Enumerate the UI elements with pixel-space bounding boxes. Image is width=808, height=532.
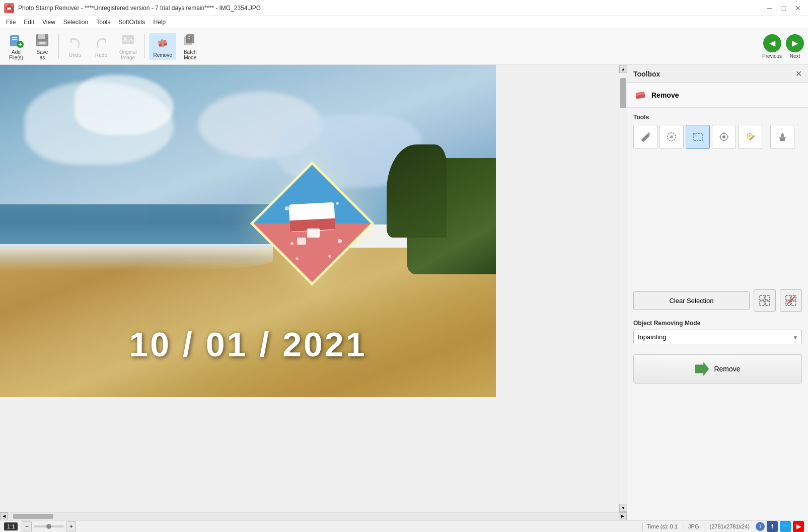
title-bar-left: Photo Stamp Remover - ****Unregistered v… <box>4 3 261 13</box>
svg-point-48 <box>749 135 751 137</box>
remove-section-header: Remove <box>627 83 808 108</box>
remove-button[interactable]: Remove <box>149 33 176 60</box>
menu-bar: File Edit View Selection Tools SoftOrbit… <box>0 16 808 28</box>
batch-mode-label: Batch Mode <box>184 49 197 60</box>
maximize-button[interactable]: □ <box>778 2 790 14</box>
selection-section: Clear Selection <box>627 285 808 316</box>
previous-button[interactable]: ◀ Previous <box>762 34 782 59</box>
redo-icon <box>93 35 109 51</box>
format-status: JPG <box>684 522 703 530</box>
save-as-label: Save as <box>37 49 48 60</box>
app-icon <box>4 3 14 13</box>
zoom-in-button[interactable]: + <box>66 521 76 531</box>
next-icon: ▶ <box>786 34 804 52</box>
svg-point-31 <box>338 239 342 243</box>
twitter-icon[interactable]: 🐦 <box>780 521 791 532</box>
svg-rect-19 <box>188 36 190 37</box>
time-status: Time (s): 0.1 <box>642 522 682 530</box>
pencil-tool[interactable] <box>633 125 657 149</box>
undo-icon <box>67 35 83 51</box>
save-icon <box>34 32 50 48</box>
title-bar: Photo Stamp Remover - ****Unregistered v… <box>0 0 808 16</box>
svg-rect-39 <box>693 133 696 135</box>
next-label: Next <box>790 53 800 59</box>
scroll-track-v[interactable] <box>619 73 627 504</box>
zoom-label: 1:1 <box>7 523 15 529</box>
previous-label: Previous <box>762 53 782 59</box>
add-files-button[interactable]: Add File(s) <box>4 30 28 62</box>
original-image-button[interactable]: Original Image <box>115 30 140 62</box>
youtube-icon[interactable]: ▶ <box>793 521 804 532</box>
toolbar: Add File(s) Save as Undo <box>0 28 808 65</box>
redo-button[interactable]: Redo <box>89 33 113 60</box>
circle-select-tool[interactable] <box>659 125 684 149</box>
svg-rect-4 <box>12 39 17 40</box>
remove-arrow-icon <box>695 362 709 376</box>
close-button[interactable]: ✕ <box>792 2 804 14</box>
svg-rect-57 <box>760 295 764 300</box>
redo-label: Redo <box>95 52 107 58</box>
previous-icon: ◀ <box>763 34 781 52</box>
select-all-button[interactable] <box>754 289 776 312</box>
zoom-out-button[interactable]: − <box>22 521 32 531</box>
vertical-scrollbar[interactable]: ▲ ▼ <box>619 65 627 512</box>
scroll-right-button[interactable]: ▶ <box>619 512 627 520</box>
svg-rect-56 <box>782 133 783 134</box>
svg-point-37 <box>670 135 673 138</box>
toolbox-empty-space <box>627 155 808 285</box>
mode-select[interactable]: Inpainting Content-Aware Fill Patch Matc… <box>633 330 802 344</box>
save-as-button[interactable]: Save as <box>30 30 54 62</box>
canvas-with-scroll: 10 / 01 / 2021 ▲ ▼ <box>0 65 627 512</box>
scroll-down-button[interactable]: ▼ <box>619 504 627 512</box>
facebook-icon[interactable]: f <box>767 521 778 532</box>
svg-rect-27 <box>297 238 306 245</box>
scroll-left-button[interactable]: ◀ <box>0 512 8 520</box>
menu-tools[interactable]: Tools <box>92 18 114 27</box>
add-files-label: Add File(s) <box>9 49 23 60</box>
menu-file[interactable]: File <box>2 18 20 27</box>
canvas-area[interactable]: 10 / 01 / 2021 ▲ ▼ <box>0 65 627 512</box>
batch-mode-button[interactable]: Batch Mode <box>178 30 202 62</box>
canvas-wrapper: 10 / 01 / 2021 ▲ ▼ ◀ ▶ <box>0 65 627 520</box>
mode-select-wrapper[interactable]: Inpainting Content-Aware Fill Patch Matc… <box>633 330 802 344</box>
undo-label: Undo <box>69 52 81 58</box>
zoom-slider[interactable] <box>34 525 64 527</box>
scroll-thumb-h[interactable] <box>13 514 53 519</box>
clear-selection-button[interactable]: Clear Selection <box>633 291 750 310</box>
menu-selection[interactable]: Selection <box>59 18 92 27</box>
menu-edit[interactable]: Edit <box>20 18 38 27</box>
magic-wand-tool[interactable] <box>738 125 762 149</box>
next-button[interactable]: ▶ Next <box>786 34 804 59</box>
svg-rect-64 <box>791 301 796 306</box>
zoom-handle[interactable] <box>46 524 51 529</box>
deselect-button[interactable] <box>780 289 802 312</box>
menu-softorbits[interactable]: SoftOrbits <box>114 18 149 27</box>
toolbox-close-button[interactable]: ✕ <box>795 69 802 79</box>
rect-select-tool[interactable] <box>686 125 710 149</box>
window-controls: ─ □ ✕ <box>764 2 804 14</box>
svg-rect-60 <box>765 301 770 306</box>
remove-label: Remove <box>153 52 172 58</box>
remove-section-icon <box>633 88 647 102</box>
undo-button[interactable]: Undo <box>63 33 87 60</box>
zoom-controls: − + <box>22 521 76 531</box>
toolbox-title: Toolbox <box>633 70 660 78</box>
magic-select-tool[interactable] <box>712 125 736 149</box>
horizontal-scrollbar[interactable]: ◀ ▶ <box>0 512 627 520</box>
minimize-button[interactable]: ─ <box>764 2 776 14</box>
svg-rect-61 <box>786 295 790 300</box>
menu-help[interactable]: Help <box>150 18 170 27</box>
mode-section: Object Removing Mode Inpainting Content-… <box>627 316 808 348</box>
scroll-track-h[interactable] <box>8 512 619 520</box>
info-icon[interactable]: i <box>756 522 765 531</box>
remove-action-button[interactable]: Remove <box>633 354 802 384</box>
svg-rect-3 <box>12 37 17 38</box>
svg-rect-59 <box>760 301 764 306</box>
svg-point-41 <box>722 135 725 138</box>
menu-view[interactable]: View <box>38 18 59 27</box>
mode-label: Object Removing Mode <box>633 320 802 327</box>
toolbar-separator-1 <box>58 34 59 58</box>
stamp-tool[interactable] <box>770 125 794 149</box>
scroll-thumb-v[interactable] <box>620 78 626 108</box>
scroll-up-button[interactable]: ▲ <box>619 65 627 73</box>
